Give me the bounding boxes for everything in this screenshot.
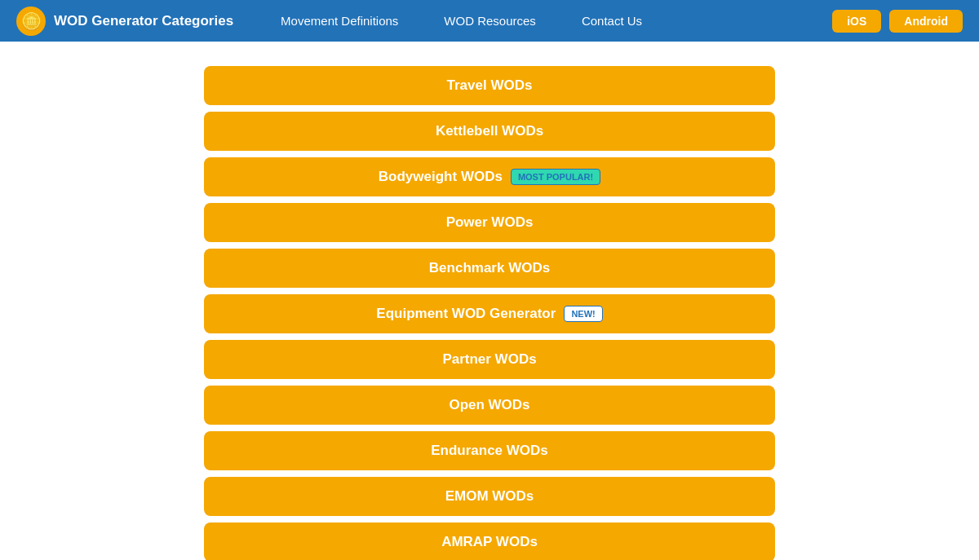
benchmark-wods-label: Benchmark WODs [429,260,550,276]
equipment-wod-generator-badge: NEW! [564,306,602,322]
partner-wods-label: Partner WODs [442,351,536,368]
amrap-wods-label: AMRAP WODs [441,534,538,550]
benchmark-wods-button[interactable]: Benchmark WODs [204,249,775,288]
kettlebell-wods-button[interactable]: Kettlebell WODs [204,112,775,151]
kettlebell-wods-label: Kettlebell WODs [436,123,543,139]
nav-wod-resources[interactable]: WOD Resources [421,14,559,28]
logo-icon: 🪙 [16,7,46,36]
amrap-wods-button[interactable]: AMRAP WODs [204,523,775,560]
open-wods-button[interactable]: Open WODs [204,386,775,425]
travel-wods-label: Travel WODs [447,77,533,94]
emom-wods-button[interactable]: EMOM WODs [204,477,775,516]
bodyweight-wods-label: Bodyweight WODs [379,169,503,185]
bodyweight-wods-badge: MOST POPULAR! [511,169,600,185]
nav-movement-definitions[interactable]: Movement Definitions [258,14,421,28]
nav-contact-us[interactable]: Contact Us [559,14,665,28]
platform-buttons: iOS Android [832,10,963,33]
android-button[interactable]: Android [889,10,963,33]
open-wods-label: Open WODs [449,397,529,413]
travel-wods-button[interactable]: Travel WODs [204,66,775,105]
power-wods-button[interactable]: Power WODs [204,203,775,242]
main-content: Travel WODsKettlebell WODsBodyweight WOD… [0,42,979,560]
endurance-wods-button[interactable]: Endurance WODs [204,431,775,470]
equipment-wod-generator-label: Equipment WOD Generator [376,306,556,322]
partner-wods-button[interactable]: Partner WODs [204,340,775,379]
ios-button[interactable]: iOS [832,10,881,33]
equipment-wod-generator-button[interactable]: Equipment WOD GeneratorNEW! [204,294,775,333]
main-nav: Movement Definitions WOD Resources Conta… [258,14,808,28]
logo-area: 🪙 WOD Generator Categories [16,7,233,36]
emom-wods-label: EMOM WODs [445,488,534,505]
power-wods-label: Power WODs [446,214,534,231]
bodyweight-wods-button[interactable]: Bodyweight WODsMOST POPULAR! [204,157,775,196]
endurance-wods-label: Endurance WODs [431,443,548,459]
site-title: WOD Generator Categories [54,13,233,29]
site-header: 🪙 WOD Generator Categories Movement Defi… [0,0,979,42]
